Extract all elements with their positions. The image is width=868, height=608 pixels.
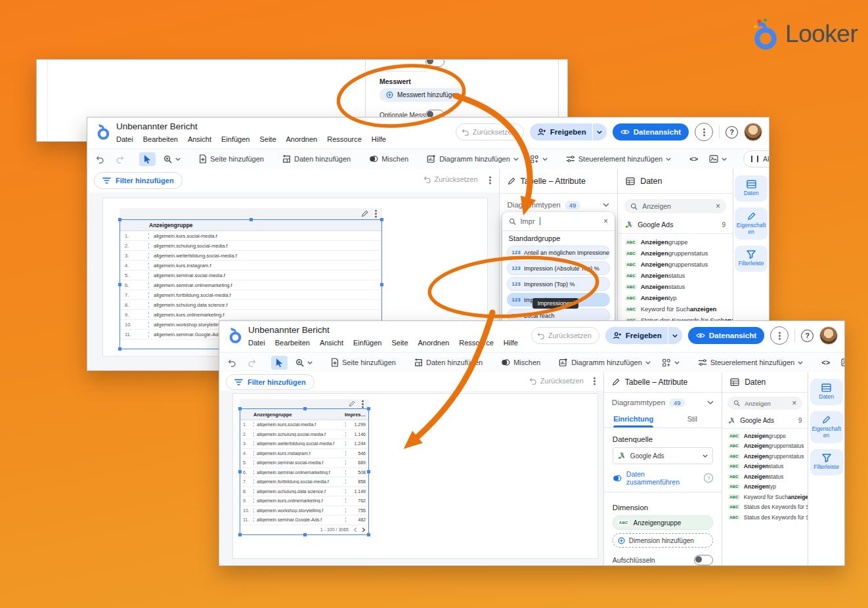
- more-options-button[interactable]: [695, 123, 713, 141]
- add-data-button[interactable]: Daten hinzufügen: [279, 152, 354, 165]
- help-button[interactable]: ?: [801, 330, 814, 342]
- field-item[interactable]: ABC Anzeigengruppenstatus: [618, 259, 733, 270]
- avatar[interactable]: [744, 123, 762, 141]
- column-header[interactable]: Anzeigengruppe: [120, 222, 193, 228]
- field-item[interactable]: ABC Anzeigenstatus: [722, 471, 808, 482]
- menu-item[interactable]: Bearbeiten: [275, 339, 310, 347]
- metric-search-field[interactable]: Impr ×: [502, 212, 615, 231]
- reset-button[interactable]: Zurücksetzen: [456, 123, 524, 141]
- field-item[interactable]: ABC Anzeigengruppenstatus: [722, 441, 808, 452]
- add-chart-button[interactable]: Diagramm hinzufügen: [555, 356, 654, 369]
- rail-item-daten[interactable]: Daten: [735, 175, 768, 202]
- selection-handle[interactable]: [250, 218, 253, 221]
- chart-types-row[interactable]: Diagrammtypen 49: [500, 196, 618, 213]
- redo-button[interactable]: [244, 357, 259, 369]
- menu-item[interactable]: Ansicht: [188, 135, 211, 143]
- data-view-button[interactable]: Datenansicht: [613, 123, 689, 141]
- add-image-button[interactable]: [838, 357, 845, 368]
- zoom-button[interactable]: [292, 357, 316, 369]
- add-image-button[interactable]: [706, 153, 730, 165]
- clear-search-icon[interactable]: ×: [716, 202, 720, 210]
- field-item[interactable]: ABC Anzeigentyp: [618, 292, 733, 303]
- community-viz-button[interactable]: [527, 153, 551, 165]
- menu-item[interactable]: Anordnen: [418, 339, 450, 347]
- menu-item[interactable]: Ansicht: [320, 339, 343, 347]
- add-filter-button[interactable]: Filter hinzufügen: [94, 172, 183, 189]
- canvas-reset-button[interactable]: Zurücksetzen: [423, 175, 478, 183]
- table-widget[interactable]: Anzeigengruppe Impres… 1. allgemein.kurs…: [240, 399, 369, 535]
- field-search-input[interactable]: Anzeigen ×: [624, 199, 726, 213]
- help-button[interactable]: ?: [726, 126, 738, 139]
- selection-handle[interactable]: [303, 407, 307, 410]
- select-cursor-button[interactable]: [271, 356, 288, 370]
- selection-handle[interactable]: [367, 407, 370, 410]
- rail-item-filterleiste[interactable]: Filterleiste: [735, 246, 768, 272]
- selection-handle[interactable]: [303, 533, 307, 536]
- dimension-chip[interactable]: ABC Anzeigengruppe: [613, 515, 713, 530]
- field-item[interactable]: ABC Status des Keywords für Suchanzeig…: [722, 502, 808, 513]
- selection-handle[interactable]: [118, 347, 121, 351]
- menu-item[interactable]: Einfügen: [221, 135, 250, 143]
- looker-studio-logo-icon[interactable]: [228, 327, 243, 345]
- selection-handle[interactable]: [118, 218, 121, 221]
- avatar[interactable]: [819, 326, 838, 345]
- drilldown-toggle[interactable]: [694, 555, 713, 565]
- field-item[interactable]: ABC Anzeigengruppenstatus: [722, 451, 808, 462]
- reset-button[interactable]: Zurücksetzen: [531, 327, 599, 344]
- menu-item[interactable]: Bearbeiten: [143, 135, 178, 143]
- add-data-button[interactable]: Daten hinzufügen: [411, 356, 486, 369]
- next-page-icon[interactable]: [362, 527, 366, 532]
- blend-data-link[interactable]: Daten zusammenführen ?: [613, 470, 713, 486]
- field-search-input[interactable]: Anzeigen ×: [727, 397, 802, 410]
- table-selection[interactable]: Anzeigengruppe Impres… 1. allgemein.kurs…: [240, 408, 369, 535]
- widget-more-icon[interactable]: [362, 403, 364, 405]
- edit-pencil-icon[interactable]: [349, 401, 355, 407]
- field-item[interactable]: ABC Anzeigenstatus: [618, 281, 733, 292]
- clear-search-icon[interactable]: ×: [792, 399, 796, 407]
- selection-handle[interactable]: [380, 218, 383, 221]
- report-title[interactable]: Unbenannter Bericht: [248, 325, 330, 335]
- zoom-button[interactable]: [160, 153, 184, 165]
- selection-handle[interactable]: [238, 470, 242, 473]
- field-item[interactable]: ABC Anzeigengruppe: [722, 431, 808, 441]
- menu-item[interactable]: Seite: [259, 135, 276, 143]
- rail-item-daten[interactable]: Daten: [810, 379, 843, 405]
- menu-item[interactable]: Seite: [391, 339, 408, 347]
- field-item[interactable]: ABC Keyword für Suchanzeigen: [722, 492, 808, 502]
- data-source-row[interactable]: Google Ads 9: [722, 412, 808, 429]
- looker-studio-logo-icon[interactable]: [96, 123, 111, 141]
- more-options-button[interactable]: [770, 326, 789, 345]
- tab-stil[interactable]: Stil: [663, 410, 722, 427]
- menu-item[interactable]: Einfügen: [353, 339, 381, 347]
- canvas-reset-button[interactable]: Zurücksetzen: [529, 377, 584, 385]
- share-dropdown-caret[interactable]: [668, 327, 682, 344]
- selection-handle[interactable]: [238, 407, 242, 410]
- clear-search-icon[interactable]: ×: [603, 217, 608, 225]
- embed-code-button[interactable]: <>: [686, 153, 701, 165]
- share-button[interactable]: Freigeben: [530, 123, 607, 141]
- selection-handle[interactable]: [367, 470, 370, 473]
- redo-button[interactable]: [112, 153, 127, 165]
- report-page[interactable]: Anzeigengruppe Impres… 1. allgemein.kurs…: [232, 393, 598, 559]
- chart-types-row[interactable]: Diagrammtypen 49: [604, 395, 722, 410]
- selection-handle[interactable]: [238, 533, 242, 536]
- embed-code-button[interactable]: <>: [818, 357, 833, 368]
- add-filter-button[interactable]: Filter hinzufügen: [226, 374, 315, 390]
- field-item[interactable]: ABC Status des Keywords für Suchanzeig…: [722, 512, 808, 523]
- prev-page-icon[interactable]: [353, 527, 357, 532]
- metric-chip[interactable]: 123 Impression (Top) %: [507, 277, 611, 291]
- data-view-button[interactable]: Datenansicht: [688, 327, 764, 344]
- messwert-add-button[interactable]: Messwert hinzufügen: [380, 88, 466, 102]
- undo-button[interactable]: [225, 357, 240, 369]
- add-control-button[interactable]: Steuerelement hinzufügen: [695, 357, 806, 368]
- column-header[interactable]: Impres…: [343, 412, 368, 418]
- community-viz-button[interactable]: [659, 357, 683, 369]
- tab-einrichtung[interactable]: Einrichtung: [604, 410, 663, 427]
- add-page-button[interactable]: Seite hinzufügen: [328, 356, 399, 369]
- more-icon[interactable]: [594, 380, 596, 382]
- field-item[interactable]: ABC Anzeigenstatus: [722, 462, 808, 472]
- pause-updates-button[interactable]: Aktualisierungsvorgänge pausieren: [743, 150, 770, 167]
- add-chart-button[interactable]: Diagramm hinzufügen: [423, 152, 522, 165]
- widget-more-icon[interactable]: [375, 213, 377, 215]
- menu-item[interactable]: Datei: [248, 339, 265, 347]
